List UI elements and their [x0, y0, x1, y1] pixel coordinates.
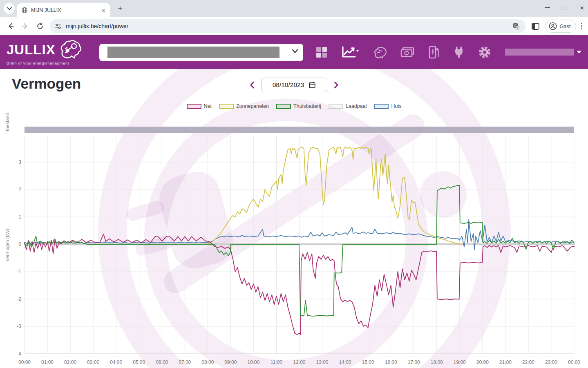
- nav-dashboard-icon[interactable]: [315, 46, 328, 58]
- installation-select[interactable]: [99, 44, 303, 61]
- svg-text:16:00: 16:00: [385, 359, 397, 365]
- legend-item-laadpaal[interactable]: Laadpaal: [329, 103, 367, 109]
- forward-button[interactable]: [19, 20, 31, 32]
- redacted-username: [505, 49, 574, 56]
- nav-charging-station-icon[interactable]: [428, 46, 440, 59]
- window-maximize-button[interactable]: [562, 5, 568, 11]
- browser-toolbar: mijn.jullix.be/chart/power G a: [0, 17, 588, 35]
- globe-favicon-icon: [21, 7, 28, 13]
- legend-swatch: [219, 104, 234, 109]
- toestand-axis-label: Toestand: [5, 113, 10, 132]
- svg-text:20:00: 20:00: [476, 359, 489, 365]
- nav-charts-icon[interactable]: [342, 46, 359, 58]
- svg-text:17:00: 17:00: [408, 359, 420, 365]
- svg-text:05:00: 05:00: [133, 359, 145, 365]
- vermogen-axis-label: Vermogen (kW): [5, 229, 10, 261]
- svg-text:a: a: [517, 26, 519, 29]
- nav-brain-icon[interactable]: [373, 46, 387, 58]
- svg-text:-1: -1: [17, 269, 21, 274]
- svg-text:22:00: 22:00: [522, 359, 534, 365]
- previous-day-button[interactable]: [250, 81, 255, 89]
- translate-icon[interactable]: G a: [511, 21, 521, 31]
- user-menu[interactable]: [505, 49, 581, 56]
- legend-item-thuisbatterij[interactable]: Thuisbatterij: [276, 103, 321, 109]
- app-header: JULLIX Brain of your energymanagment: [0, 35, 588, 69]
- legend-item-net[interactable]: Net: [187, 103, 212, 109]
- legend-swatch: [187, 104, 201, 109]
- reload-icon: [36, 22, 44, 30]
- svg-text:10:00: 10:00: [247, 359, 259, 365]
- window-close-button[interactable]: ×: [579, 5, 585, 11]
- legend-item-huis[interactable]: Huis: [374, 103, 401, 109]
- profile-label: Gast: [559, 23, 570, 29]
- new-tab-button[interactable]: +: [115, 4, 125, 13]
- next-day-button[interactable]: [334, 81, 339, 89]
- svg-text:-2: -2: [17, 296, 21, 302]
- browser-tab[interactable]: MIJN JULLIX ×: [17, 3, 110, 17]
- svg-text:06:00: 06:00: [156, 359, 168, 365]
- tab-title: MIJN JULLIX: [31, 7, 100, 13]
- svg-text:08:00: 08:00: [201, 359, 214, 365]
- svg-text:0: 0: [18, 241, 21, 247]
- series-line-zonnepanelen: [206, 147, 462, 244]
- legend-swatch: [374, 104, 389, 109]
- tab-search-button[interactable]: [4, 3, 15, 14]
- svg-text:18:00: 18:00: [431, 359, 443, 365]
- svg-text:-4: -4: [17, 351, 21, 357]
- svg-text:1: 1: [18, 214, 21, 220]
- legend-label: Huis: [391, 103, 401, 109]
- legend-label: Laadpaal: [346, 103, 367, 109]
- svg-text:2: 2: [18, 187, 21, 192]
- legend-swatch: [329, 104, 343, 109]
- axis-labels: 3210-1-2-3-400:0001:0002:0003:0004:0005:…: [17, 159, 580, 365]
- svg-text:3: 3: [18, 159, 21, 165]
- brand-tagline: Brain of your energymanagment: [7, 61, 83, 65]
- redacted-selection: [107, 47, 279, 58]
- svg-text:23:00: 23:00: [545, 359, 557, 365]
- svg-text:-3: -3: [17, 323, 21, 329]
- date-input[interactable]: 08/10/2023: [261, 78, 327, 92]
- reload-button[interactable]: [34, 20, 46, 32]
- nav-money-icon[interactable]: [400, 47, 414, 58]
- svg-text:12:00: 12:00: [293, 359, 305, 365]
- svg-text:09:00: 09:00: [224, 359, 237, 365]
- person-icon: [549, 22, 557, 30]
- calendar-icon: [309, 82, 315, 88]
- svg-text:04:00: 04:00: [110, 359, 122, 365]
- address-bar[interactable]: mijn.jullix.be/chart/power G a: [50, 19, 525, 33]
- header-nav: [315, 35, 588, 69]
- brand-name: JULLIX: [7, 43, 56, 56]
- side-panel-button[interactable]: [529, 20, 541, 32]
- legend-item-zonnepanelen[interactable]: Zonnepanelen: [219, 103, 269, 109]
- window-minimize-button[interactable]: [545, 5, 550, 11]
- chevron-down-icon: [292, 49, 298, 54]
- page-title: Vermogen: [12, 76, 81, 92]
- browser-window: MIJN JULLIX × + × mijn.jullix.be/: [0, 0, 588, 368]
- svg-text:19:00: 19:00: [454, 359, 466, 365]
- svg-text:03:00: 03:00: [87, 359, 99, 365]
- svg-text:02:00: 02:00: [64, 359, 76, 365]
- chart-legend: NetZonnepanelenThuisbatterijLaadpaalHuis: [0, 103, 588, 109]
- legend-label: Zonnepanelen: [236, 103, 269, 109]
- svg-text:00:00: 00:00: [18, 359, 31, 365]
- svg-text:14:00: 14:00: [339, 359, 351, 365]
- browser-menu-button[interactable]: [579, 20, 585, 32]
- toestand-status-bar: [25, 127, 574, 133]
- svg-text:21:00: 21:00: [499, 359, 512, 365]
- power-chart[interactable]: 3210-1-2-3-400:0001:0002:0003:0004:0005:…: [0, 98, 588, 368]
- svg-text:01:00: 01:00: [41, 359, 54, 365]
- url-text: mijn.jullix.be/chart/power: [66, 23, 511, 29]
- tab-close-icon[interactable]: ×: [100, 7, 107, 14]
- svg-text:07:00: 07:00: [179, 359, 191, 365]
- forward-arrow-icon: [22, 22, 29, 30]
- brand-logo: JULLIX Brain of your energymanagment: [7, 39, 83, 65]
- chevron-right-icon: [334, 81, 339, 89]
- legend-swatch: [276, 104, 291, 109]
- svg-text:11:00: 11:00: [271, 359, 282, 365]
- profile-button[interactable]: Gast: [545, 20, 576, 33]
- back-button[interactable]: [4, 20, 17, 32]
- svg-text:00:00: 00:00: [568, 359, 580, 365]
- date-navigation: 08/10/2023: [250, 78, 339, 92]
- nav-plug-icon[interactable]: [454, 46, 464, 59]
- nav-settings-icon[interactable]: [478, 46, 491, 59]
